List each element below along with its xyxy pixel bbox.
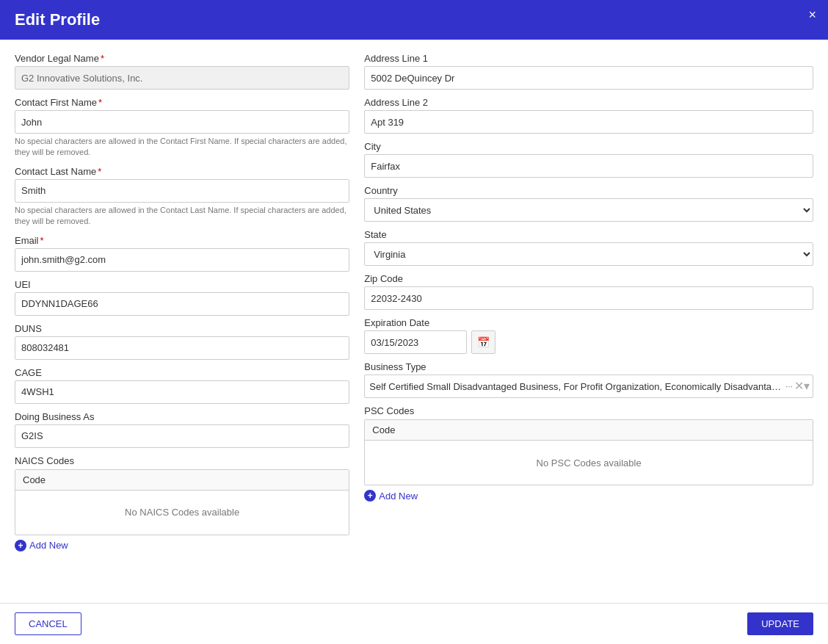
update-button[interactable]: UPDATE xyxy=(747,612,813,635)
modal-title: Edit Profile xyxy=(15,10,100,29)
contact-last-name-label: Contact Last Name* xyxy=(15,166,349,177)
naics-code-column-header: Code xyxy=(15,470,349,491)
expiration-date-group: Expiration Date 📅 xyxy=(364,317,813,354)
naics-codes-label: NAICS Codes xyxy=(15,455,349,466)
duns-label: DUNS xyxy=(15,323,349,334)
address2-input[interactable] xyxy=(364,110,813,134)
contact-first-name-group: Contact First Name* No special character… xyxy=(15,97,349,159)
cage-group: CAGE xyxy=(15,367,349,404)
address1-group: Address Line 1 xyxy=(364,53,813,90)
email-input[interactable] xyxy=(15,248,349,272)
psc-code-column-header: Code xyxy=(365,420,813,441)
add-psc-button[interactable]: + Add New xyxy=(364,490,813,502)
contact-last-name-hint: No special characters are allowed in the… xyxy=(15,205,349,228)
naics-codes-section: NAICS Codes Code No NAICS Codes availabl… xyxy=(15,455,349,551)
psc-codes-table: Code No PSC Codes available xyxy=(364,419,813,485)
business-type-group: Business Type Self Certified Small Disad… xyxy=(364,361,813,398)
address2-group: Address Line 2 xyxy=(364,97,813,134)
psc-codes-label: PSC Codes xyxy=(364,405,813,416)
country-select[interactable]: United States xyxy=(364,198,813,222)
uei-label: UEI xyxy=(15,279,349,290)
country-label: Country xyxy=(364,185,813,196)
contact-last-name-input[interactable] xyxy=(15,179,349,203)
add-naics-plus-icon: + xyxy=(15,540,26,551)
state-select[interactable]: Virginia xyxy=(364,242,813,266)
uei-input[interactable] xyxy=(15,292,349,316)
psc-codes-empty-message: No PSC Codes available xyxy=(365,441,813,485)
modal-body: Vendor Legal Name* Contact First Name* N… xyxy=(0,40,828,595)
address1-input[interactable] xyxy=(364,66,813,90)
address2-label: Address Line 2 xyxy=(364,97,813,108)
contact-last-name-group: Contact Last Name* No special characters… xyxy=(15,166,349,228)
email-group: Email* xyxy=(15,235,349,272)
right-column: Address Line 1 Address Line 2 City Count… xyxy=(364,53,813,587)
contact-first-name-input[interactable] xyxy=(15,110,349,134)
duns-group: DUNS xyxy=(15,323,349,360)
state-label: State xyxy=(364,229,813,240)
cage-label: CAGE xyxy=(15,367,349,378)
country-group: Country United States xyxy=(364,185,813,222)
business-type-label: Business Type xyxy=(364,361,813,372)
close-icon[interactable]: × xyxy=(808,7,816,23)
zip-group: Zip Code xyxy=(364,273,813,310)
left-column: Vendor Legal Name* Contact First Name* N… xyxy=(15,53,349,587)
doing-business-as-label: Doing Business As xyxy=(15,411,349,422)
add-psc-label: Add New xyxy=(379,491,418,502)
vendor-legal-name-input[interactable] xyxy=(15,66,349,90)
contact-first-name-label: Contact First Name* xyxy=(15,97,349,108)
zip-label: Zip Code xyxy=(364,273,813,284)
naics-codes-empty-message: No NAICS Codes available xyxy=(15,491,349,535)
doing-business-as-group: Doing Business As xyxy=(15,411,349,448)
expiration-date-row: 📅 xyxy=(364,330,813,354)
psc-codes-section: PSC Codes Code No PSC Codes available + … xyxy=(364,405,813,502)
state-group: State Virginia xyxy=(364,229,813,266)
cage-input[interactable] xyxy=(15,380,349,404)
add-psc-plus-icon: + xyxy=(364,490,376,502)
cancel-button[interactable]: CANCEL xyxy=(15,612,81,635)
add-naics-label: Add New xyxy=(29,540,68,551)
business-type-value: Self Certified Small Disadvantaged Busin… xyxy=(365,377,785,397)
zip-input[interactable] xyxy=(364,286,813,310)
naics-codes-table: Code No NAICS Codes available xyxy=(15,469,349,535)
vendor-legal-name-group: Vendor Legal Name* xyxy=(15,53,349,90)
email-label: Email* xyxy=(15,235,349,246)
expiration-date-input[interactable] xyxy=(364,330,467,354)
city-label: City xyxy=(364,141,813,152)
city-input[interactable] xyxy=(364,154,813,178)
add-naics-button[interactable]: + Add New xyxy=(15,540,349,551)
expiration-date-label: Expiration Date xyxy=(364,317,813,328)
doing-business-as-input[interactable] xyxy=(15,424,349,448)
contact-first-name-hint: No special characters are allowed in the… xyxy=(15,136,349,159)
business-type-clear-icon[interactable]: ✕ xyxy=(794,380,804,392)
business-type-dropdown-icon[interactable]: ▾ xyxy=(804,380,810,392)
uei-group: UEI xyxy=(15,279,349,316)
city-group: City xyxy=(364,141,813,178)
vendor-legal-name-label: Vendor Legal Name* xyxy=(15,53,349,64)
business-type-wrapper[interactable]: Self Certified Small Disadvantaged Busin… xyxy=(364,375,813,398)
address1-label: Address Line 1 xyxy=(364,53,813,64)
calendar-icon[interactable]: 📅 xyxy=(471,330,495,354)
duns-input[interactable] xyxy=(15,336,349,360)
modal-footer: CANCEL UPDATE xyxy=(0,603,828,644)
business-type-ellipsis-icon: ··· xyxy=(785,381,793,391)
modal: Edit Profile × Vendor Legal Name* Contac… xyxy=(0,0,828,644)
modal-header: Edit Profile × xyxy=(0,0,828,40)
